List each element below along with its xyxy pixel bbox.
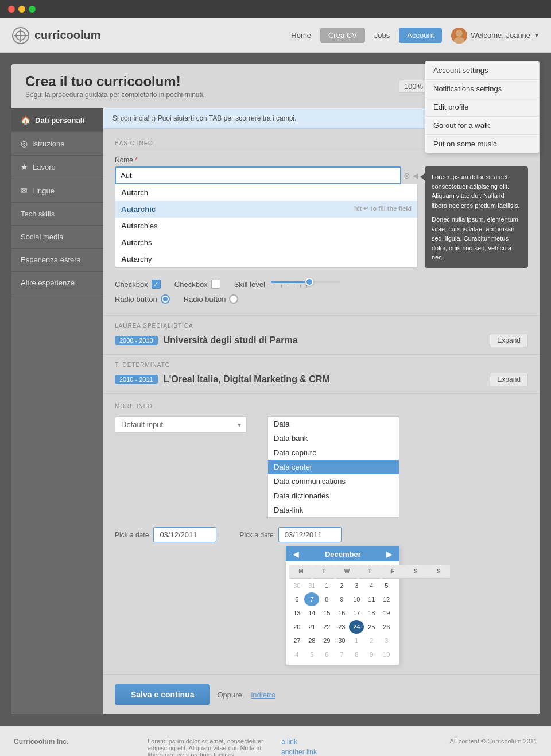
cal-day-4-jan[interactable]: 4 [289, 648, 304, 661]
cal-day-2[interactable]: 2 [334, 579, 349, 592]
cal-day-8[interactable]: 8 [319, 592, 334, 606]
cal-day-28[interactable]: 28 [304, 634, 319, 648]
sidebar-item-lavoro[interactable]: ★ Lavoro [11, 156, 103, 179]
cal-day-6[interactable]: 6 [289, 592, 304, 606]
autocomplete-item-4[interactable]: Autarchy [115, 251, 417, 267]
dropdown-account-settings[interactable]: Account settings [425, 61, 539, 80]
cal-day-18[interactable]: 18 [364, 606, 379, 620]
cal-day-10[interactable]: 10 [349, 592, 364, 606]
list-item-data-comms[interactable]: Data communications [268, 474, 399, 489]
list-item-data-center[interactable]: Data center [268, 460, 399, 474]
save-continue-btn[interactable]: Salva e continua [115, 684, 210, 705]
sidebar-item-lingue[interactable]: ✉ Lingue [11, 179, 103, 203]
cal-day-3-jan[interactable]: 3 [379, 634, 394, 648]
laurea-expand-btn[interactable]: Expand [490, 334, 528, 347]
cal-day-2-jan[interactable]: 2 [364, 634, 379, 648]
determinato-expand-btn[interactable]: Expand [490, 373, 528, 386]
nav-home[interactable]: Home [291, 31, 311, 40]
cal-day-20[interactable]: 20 [289, 620, 304, 634]
cal-day-9-jan[interactable]: 9 [364, 648, 379, 661]
dropdown-music[interactable]: Put on some music [425, 135, 539, 153]
cal-day-30[interactable]: 30 [334, 634, 349, 648]
cal-day-11[interactable]: 11 [364, 592, 379, 606]
window-close-btn[interactable] [8, 6, 15, 13]
footer-link-2[interactable]: another link [281, 748, 403, 756]
autocomplete-item-1[interactable]: Autarchic hit ↵ to fill the field [115, 201, 417, 218]
date-input-2[interactable] [278, 527, 342, 542]
cal-day-3[interactable]: 3 [349, 579, 364, 592]
sidebar-item-altre[interactable]: Altre esperienze [11, 272, 103, 294]
cal-day-13[interactable]: 13 [289, 606, 304, 620]
cal-day-22[interactable]: 22 [319, 620, 334, 634]
window-maximize-btn[interactable] [29, 6, 36, 13]
cal-next-btn[interactable]: ▶ [384, 549, 395, 559]
back-link[interactable]: indietro [251, 691, 276, 699]
cal-day-7-today[interactable]: 7 [304, 592, 319, 606]
cal-day-1[interactable]: 1 [319, 579, 334, 592]
cal-day-1-jan[interactable]: 1 [349, 634, 364, 648]
cal-day-23[interactable]: 23 [334, 620, 349, 634]
nav-account[interactable]: Account [399, 28, 442, 43]
cal-day-26[interactable]: 26 [379, 620, 394, 634]
checkbox2[interactable] [211, 280, 220, 289]
autocomplete-clear-icon[interactable]: ⊗ [403, 171, 410, 180]
cal-day-14[interactable]: 14 [304, 606, 319, 620]
cal-day-4[interactable]: 4 [364, 579, 379, 592]
sidebar-item-tech[interactable]: Tech skills [11, 203, 103, 226]
checkbox1[interactable]: ✓ [152, 280, 161, 289]
sidebar-item-social[interactable]: Social media [11, 226, 103, 249]
cal-day-16[interactable]: 16 [334, 606, 349, 620]
cal-day-10-jan[interactable]: 10 [379, 648, 394, 661]
dropdown-notifications[interactable]: Notifications settings [425, 80, 539, 98]
footer-link-1[interactable]: a link [281, 738, 403, 746]
skill-slider-fill [271, 281, 309, 283]
skill-slider-thumb[interactable] [305, 278, 313, 286]
cal-day-5[interactable]: 5 [379, 579, 394, 592]
window-minimize-btn[interactable] [18, 6, 25, 13]
list-item-data[interactable]: Data [268, 417, 399, 431]
sidebar-item-dati-personali[interactable]: 🏠 Dati personali [11, 108, 103, 132]
cal-header-w: W [335, 565, 358, 579]
default-input-select[interactable]: Default input Option 1 Option 2 [115, 416, 247, 433]
date-input-1[interactable] [153, 527, 216, 542]
autocomplete-item-2[interactable]: Autarchies [115, 218, 417, 234]
nav-jobs[interactable]: Jobs [374, 31, 390, 40]
list-item-data-dicts[interactable]: Data dictionaries [268, 489, 399, 503]
sidebar-item-estera[interactable]: Esperienza estera [11, 249, 103, 272]
autocomplete-item-0[interactable]: Autarch [115, 184, 417, 201]
dropdown-walk[interactable]: Go out for a walk [425, 117, 539, 135]
cal-day-7-jan[interactable]: 7 [334, 648, 349, 661]
cal-day-29[interactable]: 29 [319, 634, 334, 648]
skill-slider-track[interactable] [271, 281, 340, 283]
cal-day-8-jan[interactable]: 8 [349, 648, 364, 661]
list-item-data-link[interactable]: Data-link [268, 503, 399, 517]
radio1[interactable] [161, 294, 170, 304]
list-item-data-capture[interactable]: Data capture [268, 445, 399, 460]
cal-day-5-jan[interactable]: 5 [304, 648, 319, 661]
autocomplete-item-3[interactable]: Autarchs [115, 234, 417, 251]
cal-day-27[interactable]: 27 [289, 634, 304, 648]
sidebar-item-istruzione[interactable]: ◎ Istruzione [11, 132, 103, 156]
cal-day-30-nov[interactable]: 30 [289, 579, 304, 592]
cal-day-9[interactable]: 9 [334, 592, 349, 606]
cal-day-17[interactable]: 17 [349, 606, 364, 620]
cal-day-15[interactable]: 15 [319, 606, 334, 620]
logo[interactable]: curricoolum [11, 26, 101, 45]
footer-links: a link another link yet another link [281, 738, 403, 756]
controls-row: Checkbox ✓ Checkbox Skill level [115, 280, 528, 289]
dropdown-edit-profile[interactable]: Edit profile [425, 98, 539, 117]
cal-day-24-selected[interactable]: 24 [349, 620, 364, 634]
nav-crea-cv[interactable]: Crea CV [320, 28, 365, 43]
cal-day-21[interactable]: 21 [304, 620, 319, 634]
cal-day-19[interactable]: 19 [379, 606, 394, 620]
cal-week-2: 6 7 8 9 10 11 12 [289, 592, 396, 606]
dropdown-arrow-icon[interactable]: ▼ [534, 32, 540, 38]
cal-day-12[interactable]: 12 [379, 592, 394, 606]
list-item-data-bank[interactable]: Data bank [268, 431, 399, 445]
nome-input[interactable] [115, 166, 401, 184]
cal-day-6-jan[interactable]: 6 [319, 648, 334, 661]
cal-day-25[interactable]: 25 [364, 620, 379, 634]
radio2[interactable] [229, 294, 238, 304]
cal-prev-btn[interactable]: ◀ [290, 549, 301, 559]
cal-day-31-nov[interactable]: 31 [304, 579, 319, 592]
